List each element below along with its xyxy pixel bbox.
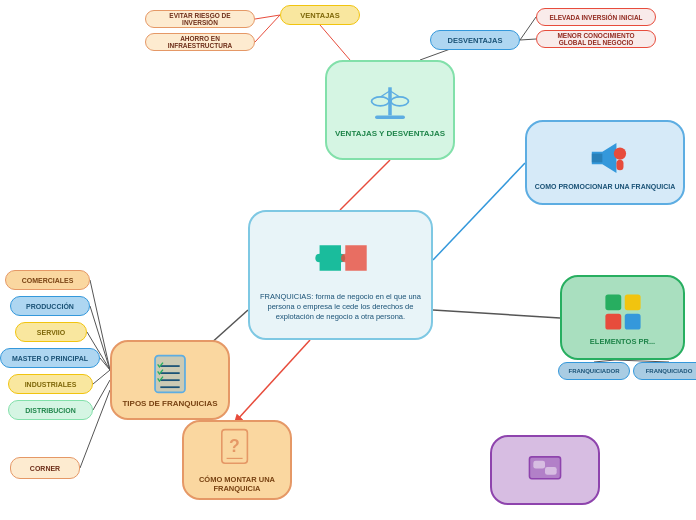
svg-line-15 [93, 370, 110, 384]
svg-rect-40 [605, 294, 621, 310]
menor-conocimiento-label: MENOR CONOCIMIENTO GLOBAL DEL NEGOCIO [543, 32, 649, 46]
servicio-label: SERVIIO [37, 329, 65, 336]
svg-line-1 [433, 163, 525, 260]
ventajas-desventajas-label: VENTAJAS Y DESVENTAJAS [335, 129, 445, 138]
node-corner[interactable]: CORNER [10, 457, 80, 479]
svg-rect-29 [616, 159, 623, 170]
promocionar-label: COMO PROMOCIONAR UNA FRANQUICIA [535, 183, 676, 190]
desventajas-label: DESVENTAJAS [448, 36, 503, 45]
node-montar[interactable]: ? CÓMO MONTAR UNA FRANQUICIA [182, 420, 292, 500]
megaphone-icon [583, 136, 627, 180]
elementos-label: ELEMENTOS PR... [590, 337, 655, 346]
node-ahorro[interactable]: AHORRO EN INFRAESTRUCTURA [145, 33, 255, 51]
question-doc-icon: ? [215, 428, 259, 472]
svg-rect-41 [624, 294, 640, 310]
elevada-inversion-label: ELEVADA INVERSIÓN INICIAL [549, 14, 642, 21]
checklist-icon [148, 352, 192, 396]
node-bottom-right[interactable] [490, 435, 600, 505]
comerciales-label: COMERCIALES [22, 277, 74, 284]
svg-text:?: ? [229, 436, 240, 456]
node-produccion[interactable]: PRODUCCIÓN [10, 296, 90, 316]
puzzle-icon [311, 228, 371, 288]
franquicias-label: FRANQUICIAS: forma de negocio en el que … [256, 292, 425, 321]
elements-icon [601, 290, 645, 334]
balance-icon [368, 82, 412, 126]
ventajas-label: VENTAJAS [300, 11, 339, 20]
svg-line-16 [93, 380, 110, 410]
communication-icon [525, 453, 565, 488]
svg-marker-27 [592, 153, 603, 162]
svg-line-10 [520, 39, 536, 40]
node-franquiciado[interactable]: FRANQUICIADO [633, 362, 696, 380]
corner-label: CORNER [30, 465, 60, 472]
svg-line-9 [520, 17, 536, 40]
node-comerciales[interactable]: COMERCIALES [5, 270, 90, 290]
svg-line-0 [340, 160, 390, 210]
master-label: MASTER O PRINCIPAL [12, 355, 88, 362]
node-elementos[interactable]: ELEMENTOS PR... [560, 275, 685, 360]
svg-rect-46 [533, 460, 545, 468]
node-servicio[interactable]: SERVIIO [15, 322, 87, 342]
node-franquiciador[interactable]: FRANQUICIADOR [558, 362, 630, 380]
svg-line-5 [320, 25, 350, 60]
node-ventajas[interactable]: VENTAJAS [280, 5, 360, 25]
montar-label: CÓMO MONTAR UNA FRANQUICIA [190, 475, 284, 493]
svg-rect-47 [545, 467, 557, 475]
distribucion-label: DISTRIBUCION [25, 407, 76, 414]
evitar-riesgo-label: EVITAR RIESGO DE INVERSIÓN [152, 12, 248, 26]
produccion-label: PRODUCCIÓN [26, 303, 74, 310]
node-tipos[interactable]: TIPOS DE FRANQUICIAS [110, 340, 230, 420]
svg-point-28 [614, 147, 626, 159]
svg-line-7 [255, 15, 280, 42]
svg-point-24 [391, 97, 409, 106]
node-industriales[interactable]: INDUSTRIALES [8, 374, 93, 394]
node-distribucion[interactable]: DISTRIBUCION [8, 400, 93, 420]
svg-line-4 [433, 310, 560, 318]
svg-rect-21 [375, 115, 405, 119]
mind-map: VENTAJAS EVITAR RIESGO DE INVERSIÓN AHOR… [0, 0, 696, 520]
svg-line-6 [255, 15, 280, 19]
franquiciado-label: FRANQUICIADO [646, 368, 693, 374]
tipos-label: TIPOS DE FRANQUICIAS [122, 399, 217, 408]
node-evitar-riesgo[interactable]: EVITAR RIESGO DE INVERSIÓN [145, 10, 255, 28]
svg-point-22 [372, 97, 390, 106]
svg-rect-42 [605, 313, 621, 329]
svg-rect-43 [624, 313, 640, 329]
svg-line-14 [100, 358, 110, 370]
node-desventajas[interactable]: DESVENTAJAS [430, 30, 520, 50]
svg-line-3 [237, 340, 310, 420]
node-elevada-inversion[interactable]: ELEVADA INVERSIÓN INICIAL [536, 8, 656, 26]
industriales-label: INDUSTRIALES [25, 381, 77, 388]
node-promocionar[interactable]: COMO PROMOCIONAR UNA FRANQUICIA [525, 120, 685, 205]
node-franquicias[interactable]: FRANQUICIAS: forma de negocio en el que … [248, 210, 433, 340]
node-ventajas-desventajas[interactable]: VENTAJAS Y DESVENTAJAS [325, 60, 455, 160]
node-menor-conocimiento[interactable]: MENOR CONOCIMIENTO GLOBAL DEL NEGOCIO [536, 30, 656, 48]
franquiciador-label: FRANQUICIADOR [569, 368, 620, 374]
ahorro-label: AHORRO EN INFRAESTRUCTURA [152, 35, 248, 49]
node-master[interactable]: MASTER O PRINCIPAL [0, 348, 100, 368]
